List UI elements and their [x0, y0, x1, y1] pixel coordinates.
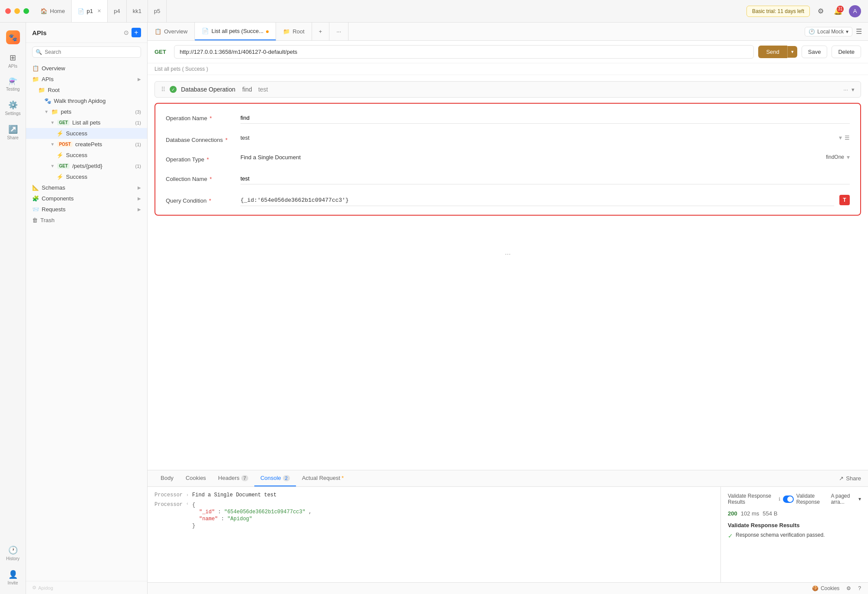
tree-item-schemas[interactable]: 📐 Schemas ▶: [26, 182, 147, 193]
breadcrumb-text: List all pets ( Success ): [155, 66, 208, 72]
required-star-3: *: [207, 156, 209, 163]
paged-arra-selector[interactable]: Validate Response A paged arra... ▾: [796, 493, 861, 505]
add-tab-button[interactable]: +: [312, 23, 330, 40]
send-dropdown[interactable]: ▾: [787, 46, 797, 58]
validate-toggle: Validate Response Results ℹ Validate Res…: [728, 493, 861, 505]
url-input[interactable]: [174, 45, 754, 59]
avatar[interactable]: A: [849, 5, 861, 17]
get-badge-2: GET: [57, 163, 70, 169]
form-row-collection-name: Collection Name *: [166, 173, 850, 184]
settings-icon[interactable]: ⚙: [814, 5, 827, 18]
tree-item-apis[interactable]: 📁 APIs ▶: [26, 74, 147, 85]
operation-type-chevron-icon[interactable]: ▾: [847, 154, 850, 161]
sidebar-item-appicon[interactable]: 🐾: [2, 27, 24, 48]
send-button[interactable]: Send: [758, 46, 787, 58]
bottom-tab-actions: ↗ Share: [839, 475, 861, 482]
tab-cookies[interactable]: Cookies: [180, 470, 212, 486]
processor-label-1: Processor: [155, 492, 183, 498]
sidebar-item-history[interactable]: 🕐 History: [2, 542, 24, 564]
tree-pets-label: pets: [61, 108, 133, 115]
root-tab-icon: 📁: [283, 28, 290, 35]
share-button[interactable]: ↗ Share: [839, 475, 861, 482]
tab-home[interactable]: 🏠 Home: [34, 0, 72, 22]
trial-badge[interactable]: Basic trial: 11 days left: [746, 6, 810, 17]
tree-item-success-1[interactable]: ⚡ Success: [26, 128, 147, 139]
home-icon: 🏠: [40, 8, 47, 14]
content-tab-overview[interactable]: 📋 Overview: [148, 23, 195, 40]
db-op-collapse-icon[interactable]: ▾: [852, 86, 855, 93]
content-tab-list-label: List all pets (Succe...: [211, 28, 263, 34]
tree-item-success-3[interactable]: ⚡ Success: [26, 171, 147, 182]
apis-folder-icon: 📁: [32, 76, 39, 82]
tab-body[interactable]: Body: [155, 470, 180, 486]
clock-icon: 🕐: [809, 29, 815, 35]
tab-p1[interactable]: 📄 p1 ✕: [72, 0, 108, 22]
cookies-footer-button[interactable]: 🍪 Cookies: [812, 585, 839, 591]
validate-row: ✓ Response schema verification passed.: [728, 532, 861, 539]
db-op-more-icon[interactable]: ···: [843, 86, 848, 93]
overview-icon: 📋: [32, 65, 39, 72]
tab-p5[interactable]: p5: [148, 0, 167, 22]
tree-item-walkthrough[interactable]: 🐾 Walk through Apidog: [26, 95, 147, 106]
maximize-button[interactable]: [23, 8, 29, 14]
tree-components-label: Components: [42, 195, 135, 202]
share-icon: ↗️: [8, 125, 18, 134]
actual-request-label: Actual Request: [302, 475, 340, 481]
validate-toggle-btn[interactable]: [783, 496, 794, 503]
save-button[interactable]: Save: [802, 46, 828, 58]
tab-kk1[interactable]: kk1: [127, 0, 148, 22]
search-icon: 🔍: [36, 49, 42, 55]
collection-name-input[interactable]: [240, 173, 850, 184]
operation-type-label: Operation Type *: [166, 154, 235, 163]
delete-button[interactable]: Delete: [832, 46, 861, 58]
tree-item-list-all-pets[interactable]: ▼ GET List all pets (1): [26, 117, 147, 128]
minimize-button[interactable]: [14, 8, 20, 14]
actual-request-dot: *: [342, 475, 344, 481]
notifications-icon[interactable]: 🔔 31: [832, 5, 845, 18]
tree-item-success-2[interactable]: ⚡ Success: [26, 150, 147, 161]
breadcrumb: List all pets ( Success ): [148, 63, 868, 75]
sidebar-item-share[interactable]: ↗️ Share: [2, 121, 24, 144]
query-condition-button[interactable]: T: [839, 195, 850, 205]
sidebar-item-invite[interactable]: 👤 Invite: [2, 566, 24, 589]
form-card: Operation Name * Database Connections * …: [155, 103, 861, 216]
pets-count: (3): [135, 109, 141, 115]
sidebar-item-apis[interactable]: ⊞ APIs: [2, 49, 24, 72]
tree-item-root[interactable]: 📁 Root: [26, 85, 147, 95]
sidebar-item-settings[interactable]: ⚙️ Settings: [2, 97, 24, 119]
tree-item-requests[interactable]: 📨 Requests ▶: [26, 204, 147, 215]
tab-p1-close[interactable]: ✕: [97, 8, 101, 14]
filter-button[interactable]: ⊙: [124, 28, 129, 37]
tree-item-pets[interactable]: ▼ 📁 pets (3): [26, 106, 147, 117]
tree-item-pets-petid[interactable]: ▼ GET /pets/{petId} (1): [26, 161, 147, 171]
tree-item-overview[interactable]: 📋 Overview: [26, 63, 147, 74]
content-tab-root[interactable]: 📁 Root: [276, 23, 312, 40]
tree-item-components[interactable]: 🧩 Components ▶: [26, 193, 147, 204]
toggle-knob: [787, 496, 793, 502]
db-connections-menu-icon[interactable]: ☰: [845, 135, 850, 141]
help-footer-button[interactable]: ?: [858, 585, 861, 591]
tab-headers[interactable]: Headers 7: [212, 470, 254, 486]
env-selector[interactable]: 🕐 Local Mock ▾: [805, 27, 852, 36]
more-tabs-button[interactable]: ···: [329, 23, 349, 40]
create-pets-count: (1): [135, 142, 141, 147]
tab-actual-request[interactable]: Actual Request *: [296, 470, 350, 486]
content-tab-list-all-pets[interactable]: 📄 List all pets (Succe...: [195, 23, 276, 40]
tree-item-trash[interactable]: 🗑 Trash: [26, 215, 147, 226]
tab-console[interactable]: Console 2: [254, 470, 296, 486]
url-bar: GET Send ▾ Save Delete: [148, 41, 868, 63]
tab-p4[interactable]: p4: [108, 0, 126, 22]
apis-chevron-icon: ▶: [138, 77, 141, 82]
settings-footer-button[interactable]: ⚙: [846, 585, 851, 591]
query-condition-input[interactable]: [240, 195, 834, 206]
close-button[interactable]: [5, 8, 11, 14]
paged-arra-label: Validate Response: [796, 493, 829, 505]
tree-item-create-pets[interactable]: ▼ POST createPets (1): [26, 139, 147, 150]
operation-name-input[interactable]: [240, 112, 850, 124]
schemas-chevron-icon: ▶: [138, 185, 141, 190]
sidebar-item-testing[interactable]: ⚗️ Testing: [2, 74, 24, 95]
search-input[interactable]: [32, 46, 141, 58]
menu-icon[interactable]: ☰: [856, 27, 862, 36]
db-connections-chevron-icon[interactable]: ▾: [839, 134, 842, 141]
add-button[interactable]: +: [132, 28, 141, 37]
